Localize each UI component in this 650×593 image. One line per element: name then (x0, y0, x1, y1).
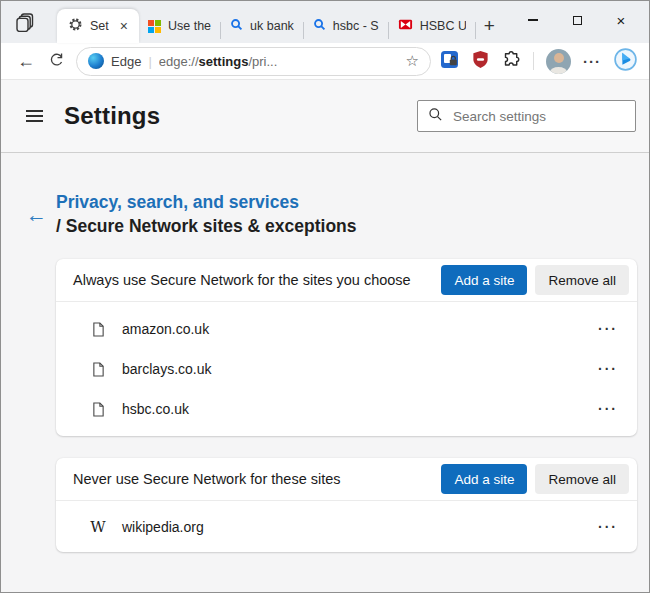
extensions-puzzle-icon[interactable] (502, 50, 521, 73)
site-name: amazon.co.uk (122, 321, 209, 337)
profile-avatar[interactable] (546, 49, 571, 74)
new-tab-button[interactable]: + (476, 15, 505, 43)
gear-icon (68, 17, 83, 35)
tab-label: hsbc - S (333, 19, 379, 33)
search-icon (313, 18, 326, 34)
site-name: barclays.co.uk (122, 361, 211, 377)
tab-hsbc-search[interactable]: hsbc - S (304, 9, 388, 43)
tab-uk-bank[interactable]: uk bank (221, 9, 303, 43)
window-controls: × (511, 5, 643, 35)
minimize-button[interactable] (511, 5, 555, 35)
breadcrumb: ← Privacy, search, and services / Secure… (26, 192, 637, 237)
toolbar: ← Edge | edge://settings/pri... ☆ (1, 43, 649, 80)
hsbc-logo-icon (398, 17, 413, 35)
always-use-card: Always use Secure Network for the sites … (56, 259, 637, 436)
breadcrumb-parent-link[interactable]: Privacy, search, and services (56, 192, 357, 213)
page-icon (89, 322, 107, 337)
site-list: W wikipedia.org ··· (56, 501, 637, 552)
site-row: hsbc.co.uk ··· (56, 389, 637, 429)
back-icon[interactable]: ← (10, 51, 42, 72)
refresh-icon[interactable] (42, 51, 71, 72)
site-list: amazon.co.uk ··· barclays.co.uk ··· (56, 302, 637, 436)
close-button[interactable]: × (599, 5, 643, 35)
more-options-icon[interactable]: ··· (583, 53, 601, 70)
tab-label: Set (90, 19, 109, 33)
add-site-button[interactable]: Add a site (441, 265, 527, 295)
card-title: Always use Secure Network for the sites … (73, 272, 441, 288)
row-more-icon[interactable]: ··· (598, 321, 618, 337)
remove-all-button[interactable]: Remove all (535, 464, 629, 494)
add-site-button[interactable]: Add a site (441, 464, 527, 494)
page-title: Settings (64, 102, 160, 130)
card-title: Never use Secure Network for these sites (73, 471, 441, 487)
adblock-shield-icon[interactable] (471, 50, 490, 73)
settings-content: ← Privacy, search, and services / Secure… (1, 153, 649, 552)
search-icon (428, 107, 443, 126)
microsoft-logo-icon (148, 20, 161, 33)
tab-label: uk bank (250, 19, 294, 33)
card-header: Always use Secure Network for the sites … (56, 259, 637, 302)
tab-label: Use the (168, 19, 211, 33)
wikipedia-favicon: W (89, 518, 107, 536)
breadcrumb-current: / Secure Network sites & exceptions (56, 216, 357, 237)
settings-search-input[interactable] (453, 109, 625, 124)
maximize-button[interactable] (555, 5, 599, 35)
tab-close-icon[interactable]: × (118, 18, 130, 34)
row-more-icon[interactable]: ··· (598, 361, 618, 377)
never-use-card: Never use Secure Network for these sites… (56, 458, 637, 552)
tab-hsbc-uk[interactable]: HSBC U (389, 9, 475, 43)
remove-all-button[interactable]: Remove all (535, 265, 629, 295)
browser-window: Set × Use the uk bank (0, 0, 650, 593)
page-icon (89, 402, 107, 417)
settings-search-box[interactable] (417, 100, 636, 132)
address-url: edge://settings/pri... (159, 54, 399, 69)
row-more-icon[interactable]: ··· (598, 519, 618, 535)
toolbar-icons: ··· (440, 47, 640, 76)
site-row: barclays.co.uk ··· (56, 349, 637, 389)
toolbar-separator (533, 52, 534, 70)
edge-logo-icon (88, 53, 104, 69)
tab-use-the[interactable]: Use the (139, 9, 220, 43)
row-more-icon[interactable]: ··· (598, 401, 618, 417)
tab-settings[interactable]: Set × (57, 9, 139, 43)
breadcrumb-back-icon[interactable]: ← (26, 203, 56, 227)
settings-header: Settings (1, 80, 649, 153)
tab-list: Set × Use the uk bank (57, 9, 505, 43)
password-lock-extension-icon[interactable] (440, 50, 459, 73)
favorite-star-icon[interactable]: ☆ (406, 52, 419, 70)
card-header: Never use Secure Network for these sites… (56, 458, 637, 501)
site-name: wikipedia.org (122, 519, 204, 535)
address-brand: Edge (111, 54, 141, 69)
copilot-bing-icon[interactable] (613, 47, 638, 76)
address-separator: | (148, 54, 151, 69)
tab-label: HSBC U (420, 19, 466, 33)
site-row: amazon.co.uk ··· (56, 309, 637, 349)
menu-hamburger-icon[interactable] (26, 110, 43, 122)
site-row: W wikipedia.org ··· (56, 506, 637, 547)
tab-bar: Set × Use the uk bank (1, 1, 649, 43)
workspaces-icon[interactable] (15, 12, 35, 36)
breadcrumb-text: Privacy, search, and services / Secure N… (56, 192, 357, 237)
search-icon (230, 18, 243, 34)
address-bar[interactable]: Edge | edge://settings/pri... ☆ (76, 47, 431, 76)
page-icon (89, 362, 107, 377)
site-name: hsbc.co.uk (122, 401, 189, 417)
